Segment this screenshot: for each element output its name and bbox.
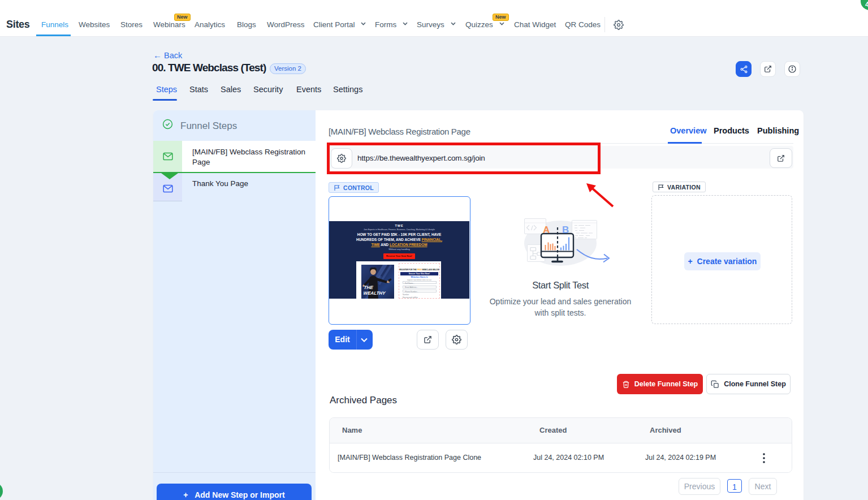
- svg-text:B: B: [562, 225, 569, 235]
- svg-text:A: A: [543, 225, 550, 235]
